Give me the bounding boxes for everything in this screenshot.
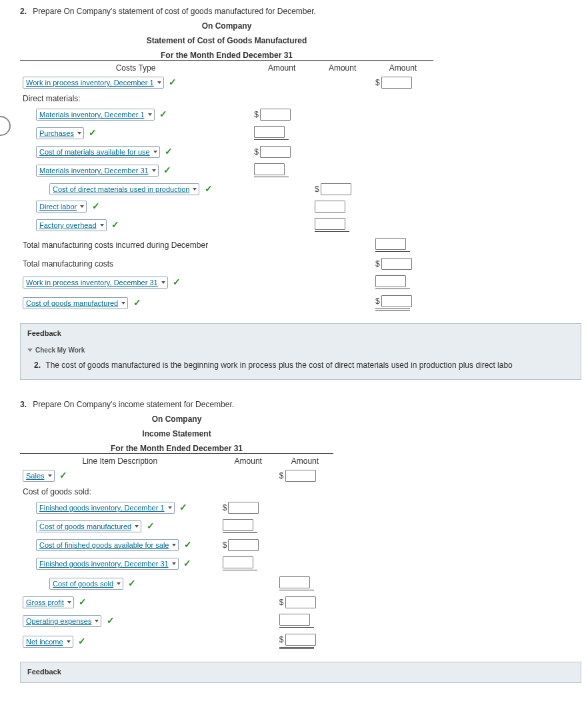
dm-used-dropdown[interactable]: Cost of direct materials used in product… <box>49 183 199 195</box>
materials-dec1-input[interactable] <box>260 109 291 121</box>
double-underline <box>279 647 314 650</box>
sales-dropdown[interactable]: Sales <box>23 470 55 482</box>
cogm-input[interactable] <box>381 295 412 307</box>
fg-dec1-dropdown[interactable]: Finished goods inventory, December 1 <box>36 502 175 514</box>
table-row: Finished goods inventory, December 31 ✓ <box>20 554 333 574</box>
q3-stmt-title1: On Company <box>20 414 333 424</box>
op-expenses-input[interactable] <box>279 614 310 626</box>
total-mfg-incurred-input[interactable] <box>375 238 406 250</box>
dollar-sign: $ <box>375 78 381 87</box>
check-icon: ✓ <box>179 502 187 512</box>
wip-dec1-input[interactable] <box>381 77 412 89</box>
fg-available-dropdown[interactable]: Cost of finished goods available for sal… <box>36 539 179 551</box>
feedback-label: Feedback <box>21 662 581 678</box>
dollar-sign: $ <box>254 110 260 119</box>
underline <box>375 289 410 290</box>
direct-labor-dropdown[interactable]: Direct labor <box>36 201 87 213</box>
materials-dec31-input[interactable] <box>254 163 285 175</box>
check-icon: ✓ <box>169 77 177 87</box>
table-row: Total manufacturing costs $ <box>20 255 433 273</box>
purchases-dropdown[interactable]: Purchases <box>36 127 84 139</box>
direct-labor-input[interactable] <box>315 201 345 213</box>
table-row: Operating expenses ✓ <box>20 611 333 631</box>
factory-overhead-dropdown[interactable]: Factory overhead <box>36 219 107 231</box>
cogs-input[interactable] <box>279 576 310 588</box>
cogm-dropdown[interactable]: Cost of goods manufactured <box>23 297 128 309</box>
q3-feedback-box: Feedback <box>20 662 581 683</box>
check-my-work-toggle[interactable]: Check My Work <box>21 340 581 356</box>
table-row: Cost of finished goods available for sal… <box>20 536 333 554</box>
sales-input[interactable] <box>285 470 316 482</box>
question-3: 3. Prepare On Company's income statement… <box>20 400 575 683</box>
check-icon: ✓ <box>79 597 87 606</box>
underline <box>315 231 349 233</box>
q2-stmt-title1: On Company <box>20 21 433 31</box>
cogs-dropdown[interactable]: Cost of goods sold <box>49 578 123 590</box>
materials-available-dropdown[interactable]: Cost of materials available for use <box>36 146 160 158</box>
check-icon: ✓ <box>133 298 141 307</box>
factory-overhead-input[interactable] <box>315 218 345 230</box>
underline <box>375 251 410 253</box>
dollar-sign: $ <box>315 185 321 194</box>
purchases-input[interactable] <box>254 126 285 138</box>
gross-profit-input[interactable] <box>285 596 316 608</box>
q3-stmt-title2: Income Statement <box>20 429 333 438</box>
materials-dec1-dropdown[interactable]: Materials inventory, December 1 <box>36 109 155 121</box>
wip-dec31-input[interactable] <box>375 275 406 287</box>
wip-dec1-dropdown[interactable]: Work in process inventory, December 1 <box>23 77 164 89</box>
net-income-dropdown[interactable]: Net income <box>23 636 73 648</box>
check-icon: ✓ <box>165 147 173 156</box>
q3-stmt-title3: For the Month Ended December 31 <box>20 444 333 453</box>
table-row: Gross profit ✓ $ <box>20 594 333 611</box>
check-icon: ✓ <box>184 540 192 549</box>
question-2: 2. Prepare On Company's statement of cos… <box>20 7 575 380</box>
check-icon: ✓ <box>147 521 155 530</box>
check-icon: ✓ <box>173 277 181 287</box>
table-row: Purchases ✓ <box>20 123 433 143</box>
check-icon: ✓ <box>107 616 115 625</box>
fg-dec1-input[interactable] <box>228 502 259 514</box>
cogm-q3-input[interactable] <box>223 519 253 531</box>
materials-dec31-dropdown[interactable]: Materials inventory, December 31 <box>36 165 159 177</box>
q2-col-amount-1: Amount <box>251 62 312 74</box>
underline <box>254 139 289 141</box>
total-mfg-costs-input[interactable] <box>381 258 412 270</box>
dollar-sign: $ <box>223 503 229 512</box>
wip-dec31-dropdown[interactable]: Work in process inventory, December 31 <box>23 277 168 289</box>
cogm-q3-dropdown[interactable]: Cost of goods manufactured <box>36 520 141 532</box>
table-row: Cost of goods sold ✓ <box>20 574 333 594</box>
dollar-sign: $ <box>223 540 229 550</box>
table-row: Factory overhead ✓ <box>20 215 433 235</box>
cogs-header-label: Cost of goods sold: <box>20 484 333 499</box>
underline <box>223 532 257 534</box>
q2-number: 2. <box>20 7 27 16</box>
net-income-input[interactable] <box>285 634 316 646</box>
fg-available-input[interactable] <box>228 539 259 551</box>
q3-number: 3. <box>20 400 27 409</box>
q3-col-line-item: Line Item Description <box>20 455 220 467</box>
materials-available-input[interactable] <box>260 146 291 158</box>
side-nav-circle[interactable] <box>0 116 11 136</box>
feedback-text: The cost of goods manufactured is the be… <box>45 360 512 370</box>
fg-dec31-input[interactable] <box>223 556 253 568</box>
feedback-body: 2. The cost of goods manufactured is the… <box>21 356 581 379</box>
op-expenses-dropdown[interactable]: Operating expenses <box>23 615 101 627</box>
check-icon: ✓ <box>159 109 167 119</box>
q2-stmt-title3: For the Month Ended December 31 <box>20 51 433 60</box>
check-icon: ✓ <box>205 184 213 193</box>
underline <box>254 177 289 178</box>
table-row: Work in process inventory, December 1 ✓ … <box>20 74 433 91</box>
feedback-label: Feedback <box>21 324 581 340</box>
dm-used-input[interactable] <box>321 183 351 195</box>
total-mfg-costs-label: Total manufacturing costs <box>20 255 251 273</box>
gross-profit-dropdown[interactable]: Gross profit <box>23 596 74 608</box>
q2-col-amount-3: Amount <box>373 62 433 74</box>
double-underline <box>375 309 410 311</box>
table-row: Materials inventory, December 1 ✓ $ <box>20 106 433 123</box>
feedback-num: 2. <box>34 360 41 370</box>
table-row: Cost of goods manufactured ✓ $ <box>20 293 433 314</box>
q2-table: Costs Type Amount Amount Amount Work in … <box>20 62 433 314</box>
check-icon: ✓ <box>89 128 97 137</box>
fg-dec31-dropdown[interactable]: Finished goods inventory, December 31 <box>36 558 179 570</box>
table-row: Cost of goods manufactured ✓ <box>20 516 333 536</box>
